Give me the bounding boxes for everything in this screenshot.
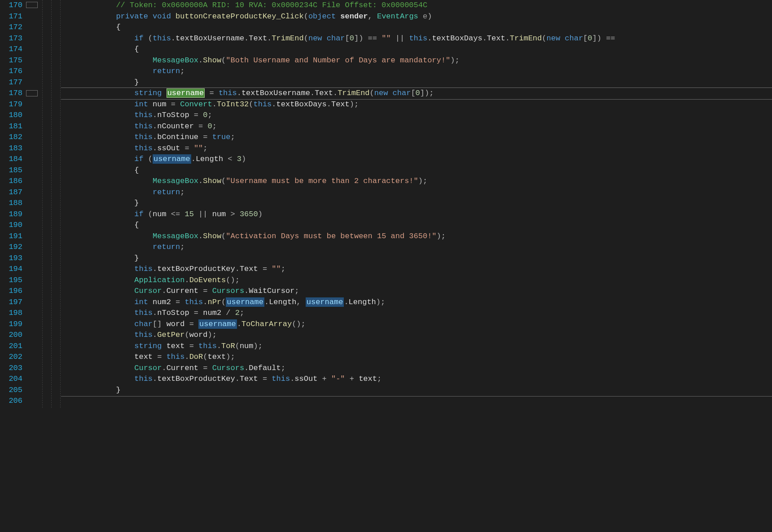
line-number: 175 bbox=[0, 55, 22, 66]
line-number: 170 bbox=[0, 0, 22, 11]
code-line[interactable]: this.nCounter = 0; bbox=[61, 121, 772, 132]
code-line[interactable]: { bbox=[61, 44, 772, 55]
line-number: 176 bbox=[0, 66, 22, 77]
code-line[interactable]: private void buttonCreateProductKey_Clic… bbox=[61, 11, 772, 22]
code-line[interactable]: this.nToStop = num2 / 2; bbox=[61, 308, 772, 319]
line-number: 174 bbox=[0, 44, 22, 55]
line-number: 193 bbox=[0, 253, 22, 264]
line-number: 201 bbox=[0, 341, 22, 352]
code-line[interactable]: { bbox=[61, 22, 772, 33]
outline-marker[interactable] bbox=[26, 90, 38, 96]
code-area[interactable]: // Token: 0x0600000A RID: 10 RVA: 0x0000… bbox=[61, 0, 772, 408]
code-line-current[interactable]: string username = this.textBoxUsername.T… bbox=[61, 88, 772, 99]
code-line[interactable]: Application.DoEvents(); bbox=[61, 275, 772, 286]
line-number: 171 bbox=[0, 11, 22, 22]
code-editor[interactable]: 1701711721731741751761771781791801811821… bbox=[0, 0, 772, 408]
code-line[interactable]: { bbox=[61, 165, 772, 176]
line-number: 179 bbox=[0, 99, 22, 110]
line-number: 185 bbox=[0, 165, 22, 176]
code-line[interactable]: return; bbox=[61, 187, 772, 198]
code-line[interactable]: this.nToStop = 0; bbox=[61, 110, 772, 121]
comment: // Token: 0x0600000A RID: 10 RVA: 0x0000… bbox=[116, 1, 427, 9]
code-line[interactable]: this.textBoxProductKey.Text = this.ssOut… bbox=[61, 374, 772, 385]
code-line[interactable]: if (username.Length < 3) bbox=[61, 154, 772, 165]
selection-match: username bbox=[306, 297, 344, 307]
line-number: 172 bbox=[0, 22, 22, 33]
line-number: 197 bbox=[0, 297, 22, 308]
code-line[interactable]: this.ssOut = ""; bbox=[61, 143, 772, 154]
code-line[interactable]: int num2 = this.nPr(username.Length, use… bbox=[61, 297, 772, 308]
line-number: 183 bbox=[0, 143, 22, 154]
line-number: 177 bbox=[0, 77, 22, 88]
outline-column bbox=[25, 0, 39, 408]
line-number: 178 bbox=[0, 88, 22, 99]
line-number: 196 bbox=[0, 286, 22, 297]
line-number: 187 bbox=[0, 187, 22, 198]
indent-guides bbox=[39, 0, 61, 408]
code-line[interactable]: if (this.textBoxUsername.Text.TrimEnd(ne… bbox=[61, 33, 772, 44]
line-number: 173 bbox=[0, 33, 22, 44]
code-line[interactable]: Cursor.Current = Cursors.Default; bbox=[61, 363, 772, 374]
code-line[interactable]: text = this.DoR(text); bbox=[61, 352, 772, 363]
line-number: 206 bbox=[0, 396, 22, 407]
line-number: 191 bbox=[0, 231, 22, 242]
line-number: 186 bbox=[0, 176, 22, 187]
line-number: 188 bbox=[0, 198, 22, 209]
code-line[interactable] bbox=[61, 397, 772, 408]
line-number: 200 bbox=[0, 330, 22, 341]
line-number-gutter: 1701711721731741751761771781791801811821… bbox=[0, 0, 25, 408]
code-line[interactable]: string text = this.ToR(num); bbox=[61, 341, 772, 352]
code-line[interactable]: } bbox=[61, 253, 772, 264]
code-line[interactable]: MessageBox.Show("Activation Days must be… bbox=[61, 231, 772, 242]
code-line[interactable]: } bbox=[61, 198, 772, 209]
line-number: 190 bbox=[0, 220, 22, 231]
line-number: 198 bbox=[0, 308, 22, 319]
code-line[interactable]: this.bContinue = true; bbox=[61, 132, 772, 143]
line-number: 194 bbox=[0, 264, 22, 275]
code-line[interactable]: MessageBox.Show("Username must be more t… bbox=[61, 176, 772, 187]
line-number: 203 bbox=[0, 363, 22, 374]
outline-marker[interactable] bbox=[26, 2, 38, 8]
selection-match: username bbox=[153, 154, 191, 164]
line-number: 189 bbox=[0, 209, 22, 220]
code-line[interactable]: int num = Convert.ToInt32(this.textBoxDa… bbox=[61, 99, 772, 110]
code-line[interactable]: } bbox=[61, 77, 772, 88]
code-line[interactable]: MessageBox.Show("Both Username and Numbe… bbox=[61, 55, 772, 66]
code-line[interactable]: char[] word = username.ToCharArray(); bbox=[61, 319, 772, 330]
line-number: 184 bbox=[0, 154, 22, 165]
code-line[interactable]: } bbox=[61, 385, 772, 396]
code-line[interactable]: // Token: 0x0600000A RID: 10 RVA: 0x0000… bbox=[61, 0, 772, 11]
line-number: 205 bbox=[0, 385, 22, 396]
line-number: 199 bbox=[0, 319, 22, 330]
code-line[interactable]: return; bbox=[61, 242, 772, 253]
line-number: 202 bbox=[0, 352, 22, 363]
line-number: 192 bbox=[0, 242, 22, 253]
line-number: 204 bbox=[0, 374, 22, 385]
line-number: 181 bbox=[0, 121, 22, 132]
line-number: 182 bbox=[0, 132, 22, 143]
code-line[interactable]: { bbox=[61, 220, 772, 231]
line-number: 195 bbox=[0, 275, 22, 286]
selection-current: username bbox=[167, 88, 205, 98]
code-line[interactable]: this.textBoxProductKey.Text = ""; bbox=[61, 264, 772, 275]
selection-match: username bbox=[226, 297, 264, 307]
code-line[interactable]: return; bbox=[61, 66, 772, 77]
code-line[interactable]: this.GetPer(word); bbox=[61, 330, 772, 341]
code-line[interactable]: if (num <= 15 || num > 3650) bbox=[61, 209, 772, 220]
selection-match: username bbox=[198, 319, 237, 329]
code-line[interactable]: Cursor.Current = Cursors.WaitCursor; bbox=[61, 286, 772, 297]
line-number: 180 bbox=[0, 110, 22, 121]
